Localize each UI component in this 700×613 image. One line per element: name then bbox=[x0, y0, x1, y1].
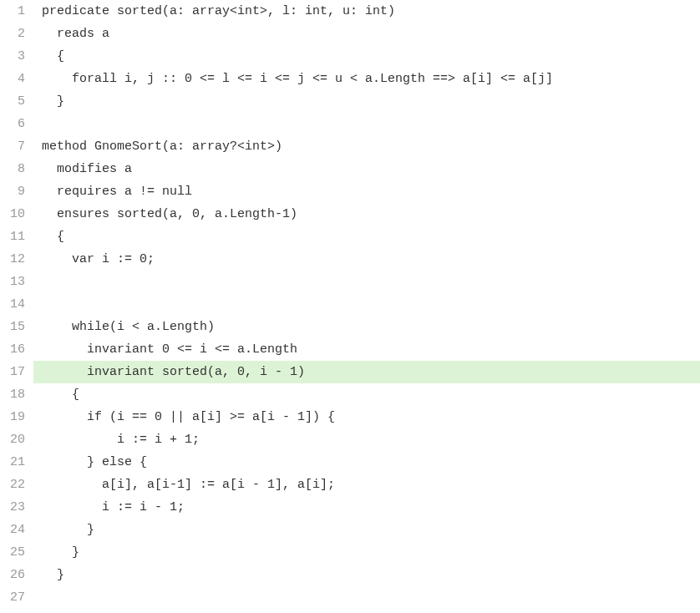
code-line[interactable]: } bbox=[42, 90, 700, 113]
line-number: 2 bbox=[0, 23, 25, 45]
code-line[interactable]: a[i], a[i-1] := a[i - 1], a[i]; bbox=[42, 474, 700, 496]
code-line[interactable]: { bbox=[42, 383, 700, 406]
code-line[interactable] bbox=[42, 271, 700, 293]
line-number: 27 bbox=[0, 586, 25, 609]
line-number: 6 bbox=[0, 113, 25, 135]
code-line[interactable]: var i := 0; bbox=[42, 248, 700, 271]
line-number: 1 bbox=[0, 0, 25, 23]
code-line[interactable]: } bbox=[42, 564, 700, 586]
code-line[interactable]: i := i + 1; bbox=[42, 428, 700, 451]
line-number: 4 bbox=[0, 68, 25, 90]
code-line[interactable]: modifies a bbox=[42, 158, 700, 180]
code-line[interactable]: reads a bbox=[42, 23, 700, 45]
line-number: 17 bbox=[0, 361, 25, 383]
line-number: 9 bbox=[0, 180, 25, 203]
code-line[interactable]: i := i - 1; bbox=[42, 496, 700, 519]
code-line[interactable]: } else { bbox=[42, 451, 700, 474]
code-line[interactable]: predicate sorted(a: array<int>, l: int, … bbox=[42, 0, 700, 23]
code-line[interactable]: invariant 0 <= i <= a.Length bbox=[42, 338, 700, 361]
line-number: 14 bbox=[0, 293, 25, 316]
line-number: 18 bbox=[0, 383, 25, 406]
code-line[interactable] bbox=[42, 293, 700, 316]
code-line[interactable]: ensures sorted(a, 0, a.Length-1) bbox=[42, 203, 700, 225]
line-number: 19 bbox=[0, 406, 25, 428]
line-number-gutter: 1234567891011121314151617181920212223242… bbox=[0, 0, 33, 609]
code-line[interactable]: if (i == 0 || a[i] >= a[i - 1]) { bbox=[42, 406, 700, 428]
line-number: 16 bbox=[0, 338, 25, 361]
code-line[interactable]: invariant sorted(a, 0, i - 1) bbox=[33, 361, 700, 383]
line-number: 10 bbox=[0, 203, 25, 225]
line-number: 13 bbox=[0, 271, 25, 293]
line-number: 20 bbox=[0, 428, 25, 451]
line-number: 12 bbox=[0, 248, 25, 271]
code-line[interactable]: } bbox=[42, 519, 700, 541]
line-number: 11 bbox=[0, 225, 25, 248]
line-number: 25 bbox=[0, 541, 25, 564]
code-line[interactable]: method GnomeSort(a: array?<int>) bbox=[42, 135, 700, 158]
line-number: 5 bbox=[0, 90, 25, 113]
code-line[interactable]: while(i < a.Length) bbox=[42, 316, 700, 338]
code-line[interactable]: requires a != null bbox=[42, 180, 700, 203]
line-number: 15 bbox=[0, 316, 25, 338]
code-line[interactable]: { bbox=[42, 45, 700, 68]
code-line[interactable]: forall i, j :: 0 <= l <= i <= j <= u < a… bbox=[42, 68, 700, 90]
code-line[interactable]: { bbox=[42, 225, 700, 248]
line-number: 21 bbox=[0, 451, 25, 474]
line-number: 7 bbox=[0, 135, 25, 158]
line-number: 22 bbox=[0, 474, 25, 496]
line-number: 26 bbox=[0, 564, 25, 586]
line-number: 8 bbox=[0, 158, 25, 180]
code-line[interactable] bbox=[42, 113, 700, 135]
line-number: 23 bbox=[0, 496, 25, 519]
code-line[interactable] bbox=[42, 586, 700, 609]
line-number: 3 bbox=[0, 45, 25, 68]
code-editor[interactable]: 1234567891011121314151617181920212223242… bbox=[0, 0, 700, 609]
code-content[interactable]: predicate sorted(a: array<int>, l: int, … bbox=[33, 0, 700, 609]
code-line[interactable]: } bbox=[42, 541, 700, 564]
line-number: 24 bbox=[0, 519, 25, 541]
